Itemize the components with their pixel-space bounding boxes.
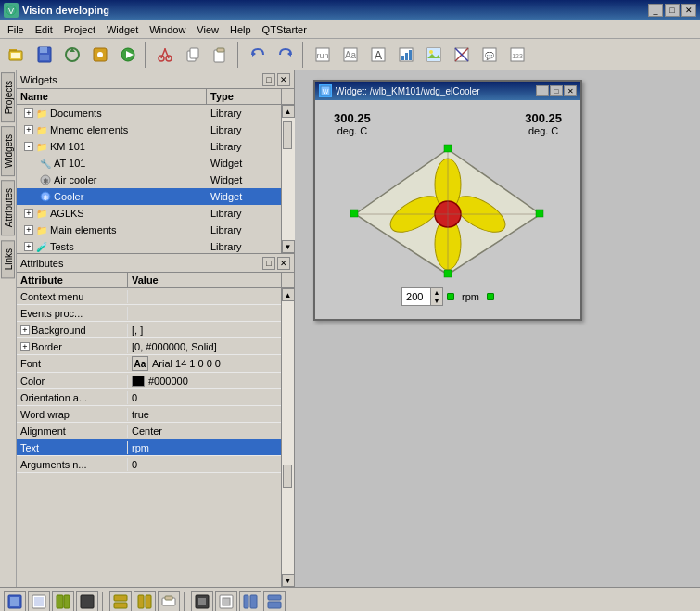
menu-widget[interactable]: Widget — [101, 22, 144, 37]
bottom-btn-7[interactable] — [158, 591, 180, 612]
svg-point-10 — [97, 52, 103, 57]
attr-row-color[interactable]: Color #000000 — [17, 373, 281, 389]
attr-scroll-down[interactable]: ▼ — [282, 574, 295, 587]
toolbar-image[interactable] — [421, 42, 447, 68]
toolbar-chart[interactable] — [393, 42, 419, 68]
tree-row-aglks[interactable]: + 📁 AGLKS Library — [17, 205, 281, 222]
bottom-btn-4[interactable] — [76, 591, 98, 612]
attr-scroll-track[interactable] — [282, 301, 295, 574]
expand-tests[interactable]: + — [24, 242, 33, 251]
spinbox-up[interactable]: ▲ — [431, 288, 442, 297]
minimize-button[interactable]: _ — [648, 4, 663, 17]
attr-scroll-up[interactable]: ▲ — [282, 288, 295, 301]
attributes-panel: Attributes □ ✕ Attribute Value Contex — [17, 254, 294, 587]
toolbar-text[interactable]: Aa — [337, 42, 363, 68]
widget-close[interactable]: ✕ — [564, 85, 577, 96]
font-icon[interactable]: Aa — [132, 356, 148, 371]
expand-km101[interactable]: - — [24, 142, 33, 151]
widget-maximize[interactable]: □ — [550, 85, 563, 96]
main-area: Projects Widgets Attributes Links Widget… — [0, 70, 700, 587]
toolbar-redo[interactable] — [273, 42, 299, 68]
tree-row-documents[interactable]: + 📁 Documents Library — [17, 105, 281, 121]
widgets-expand-button[interactable]: □ — [262, 73, 275, 86]
side-tab-links[interactable]: Links — [1, 240, 15, 278]
attr-row-arguments[interactable]: Arguments n... 0 — [17, 456, 281, 473]
bottom-btn-11[interactable] — [263, 591, 286, 612]
attr-row-border[interactable]: + Border [0, #000000, Solid] — [17, 338, 281, 355]
toolbar-paste[interactable] — [208, 42, 234, 68]
tree-row-km101[interactable]: - 📁 KM 101 Library — [17, 138, 281, 155]
bottom-btn-2[interactable] — [28, 591, 50, 612]
toolbar-font[interactable]: A — [365, 42, 391, 68]
tree-row-mnemo[interactable]: + 📁 Mnemo elements Library — [17, 121, 281, 138]
toolbar-resize[interactable] — [449, 42, 475, 68]
tree-row-tests[interactable]: + 🧪 Tests Library — [17, 238, 281, 253]
attr-row-font[interactable]: Font Aa Arial 14 1 0 0 0 — [17, 355, 281, 373]
toolbar-open[interactable] — [4, 42, 30, 68]
widgets-close-button[interactable]: ✕ — [277, 73, 290, 86]
side-tab-attributes[interactable]: Attributes — [1, 180, 15, 235]
widget-minimize[interactable]: _ — [536, 85, 549, 96]
attr-row-wordwrap[interactable]: Word wrap true — [17, 406, 281, 423]
menu-help[interactable]: Help — [224, 22, 257, 37]
toolbar-undo[interactable] — [245, 42, 271, 68]
attr-row-background[interactable]: + Background [, ] — [17, 322, 281, 338]
close-button[interactable]: ✕ — [681, 4, 696, 17]
bottom-btn-9[interactable] — [215, 591, 237, 612]
toolbar-value[interactable]: 123 — [504, 42, 530, 68]
scroll-track[interactable] — [282, 118, 295, 240]
menu-qtstarter[interactable]: QTStarter — [257, 22, 312, 37]
bottom-btn-10[interactable] — [239, 591, 261, 612]
maximize-button[interactable]: □ — [665, 4, 680, 17]
toolbar-run[interactable]: run — [310, 42, 336, 68]
toolbar-copy[interactable] — [180, 42, 206, 68]
icon-tests: 🧪 — [35, 240, 48, 253]
menu-file[interactable]: File — [2, 22, 30, 37]
toolbar-build[interactable] — [115, 42, 141, 68]
spinbox-down[interactable]: ▼ — [431, 297, 442, 305]
rpm-spinbox[interactable]: 200 ▲ ▼ — [401, 287, 443, 306]
menu-view[interactable]: View — [191, 22, 224, 37]
bottom-btn-8[interactable] — [191, 591, 213, 612]
expand-documents[interactable]: + — [24, 108, 33, 118]
toolbar-refresh[interactable] — [59, 42, 85, 68]
tree-row-at101[interactable]: 🔧 AT 101 Widget — [17, 155, 281, 172]
temp-right-unit: deg. C — [525, 125, 562, 136]
attributes-scrollbar[interactable]: ▲ ▼ — [281, 288, 294, 587]
menu-project[interactable]: Project — [58, 22, 101, 37]
side-tab-projects[interactable]: Projects — [1, 72, 15, 122]
scroll-up[interactable]: ▲ — [282, 105, 295, 118]
menu-edit[interactable]: Edit — [30, 22, 58, 37]
toolbar-cut[interactable] — [152, 42, 178, 68]
rpm-value[interactable]: 200 — [402, 288, 430, 305]
toolbar-save[interactable] — [32, 42, 57, 68]
bottom-btn-6[interactable] — [134, 591, 156, 612]
toolbar-settings[interactable] — [87, 42, 113, 68]
tree-row-cooler[interactable]: ❄ Cooler Widget — [17, 188, 281, 205]
attr-row-orientation[interactable]: Orientation a... 0 — [17, 389, 281, 406]
expand-border[interactable]: + — [20, 342, 30, 351]
expand-background[interactable]: + — [20, 325, 30, 335]
scroll-down[interactable]: ▼ — [282, 240, 295, 253]
widgets-scrollbar[interactable]: ▲ ▼ — [281, 105, 294, 253]
menu-window[interactable]: Window — [144, 22, 191, 37]
widgets-panel-buttons: □ ✕ — [262, 73, 290, 86]
scroll-thumb[interactable] — [283, 121, 292, 149]
attr-row-alignment[interactable]: Alignment Center — [17, 423, 281, 439]
tree-row-main[interactable]: + 📁 Main elements Library — [17, 222, 281, 238]
side-tab-widgets[interactable]: Widgets — [1, 126, 15, 176]
bottom-btn-3[interactable] — [52, 591, 74, 612]
attributes-close-button[interactable]: ✕ — [277, 257, 290, 270]
expand-aglks[interactable]: + — [24, 209, 33, 218]
toolbar-link[interactable]: 💬 — [477, 42, 503, 68]
attr-scroll-thumb[interactable] — [283, 465, 292, 488]
attr-text-value[interactable]: rpm — [128, 441, 281, 454]
attr-row-text[interactable]: Text rpm — [17, 439, 281, 456]
expand-mnemo[interactable]: + — [24, 125, 33, 134]
attributes-expand-button[interactable]: □ — [262, 257, 275, 270]
svg-rect-31 — [401, 56, 404, 60]
expand-main[interactable]: + — [24, 225, 33, 235]
tree-row-aircooler[interactable]: ❄ Air cooler Widget — [17, 172, 281, 188]
bottom-btn-5[interactable] — [109, 591, 132, 612]
bottom-btn-1[interactable] — [4, 591, 26, 612]
